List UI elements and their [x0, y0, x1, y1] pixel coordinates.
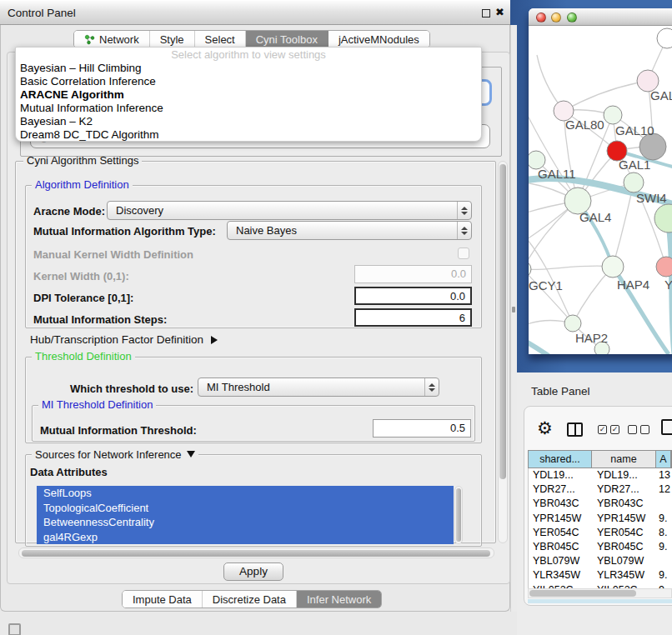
bottom-tab-infer-network[interactable]: Infer Network [297, 591, 381, 608]
select-all-columns-icon[interactable]: ✓✓ [598, 425, 619, 434]
which-threshold-label: Which threshold to use: [70, 382, 193, 395]
settings-vscroll-thumb[interactable] [499, 164, 506, 479]
float-panel-icon[interactable] [482, 9, 490, 18]
zoom-traffic-icon[interactable] [567, 12, 577, 22]
which-threshold-select[interactable]: MI Threshold [198, 378, 439, 397]
table-cell: YPR145W [592, 512, 656, 526]
table-row[interactable]: YDL19...YDL19...13 [529, 468, 672, 482]
table-cell: 9. [656, 512, 671, 526]
network-canvas[interactable]: GALGAL80GAL10GAL1GAL11SWI4GAL4GCY1HAP4YH… [529, 26, 672, 354]
columns-icon[interactable] [567, 422, 583, 437]
attributes-vscrollbar[interactable] [454, 486, 463, 544]
kernel-width-label: Kernel Width (0,1): [33, 270, 129, 282]
which-threshold-value: MI Threshold [198, 381, 424, 393]
bottom-tab-discretize-data[interactable]: Discretize Data [203, 591, 297, 608]
table-cell: 13 [656, 468, 671, 482]
algorithm-option-bayesian-k2[interactable]: Bayesian – K2 [16, 115, 481, 128]
new-table-icon[interactable] [661, 419, 672, 435]
table-cell: YBR043C [529, 497, 592, 511]
tab-cyni-toolbox[interactable]: Cyni Toolbox [246, 31, 328, 48]
network-window-titlebar[interactable] [529, 8, 672, 26]
table-hscroll-thumb[interactable] [529, 590, 636, 597]
node-unlabeled[interactable] [654, 204, 672, 232]
mi-type-select[interactable]: Naive Bayes [227, 221, 472, 240]
sources-collapser[interactable]: Sources for Network Inference [32, 448, 198, 461]
column-header-a[interactable]: A [656, 451, 671, 468]
attribute-item-betweennesscentrality[interactable]: BetweennessCentrality [37, 515, 454, 530]
table-cell: YPR145W [529, 512, 592, 526]
mi-type-label: Mutual Information Algorithm Type: [33, 225, 216, 238]
mi-threshold-field[interactable]: 0.5 [373, 419, 471, 438]
table-cell [656, 497, 671, 511]
aracne-mode-select[interactable]: Discovery [107, 201, 472, 220]
algorithm-option-bayesian-hill-climbing[interactable]: Bayesian – Hill Climbing [16, 62, 481, 75]
node-y[interactable] [656, 257, 672, 277]
table-row[interactable]: YBR043CYBR043C [529, 497, 672, 511]
tab-label-jactivemnodules: jActiveMNodules [339, 33, 419, 46]
node-hap2[interactable] [564, 315, 581, 332]
node-gal10[interactable] [604, 106, 622, 124]
node-gcy1[interactable] [529, 261, 531, 278]
mi-threshold-value: 0.5 [374, 420, 470, 436]
settings-hscrollbar[interactable] [18, 548, 494, 558]
kernel-width-field[interactable]: 0.0 [354, 265, 472, 283]
tab-label-select: Select [205, 33, 235, 46]
tab-jactivemnodules[interactable]: jActiveMNodules [328, 31, 429, 48]
attribute-item-selfloops[interactable]: SelfLoops [37, 486, 454, 501]
tab-label-network: Network [99, 33, 139, 46]
close-traffic-icon[interactable] [536, 12, 546, 22]
algorithm-option-dream8-dc-tdc-algorithm[interactable]: Dream8 DC_TDC Algorithm [16, 128, 481, 142]
tab-network[interactable]: Network [74, 31, 150, 48]
mi-steps-value: 6 [356, 310, 470, 326]
table-row[interactable]: YDR27...YDR27...12 [529, 482, 672, 497]
table-body: YDL19...YDL19...13YDR27...YDR27...12YBR0… [528, 468, 672, 592]
close-panel-icon[interactable]: ✖ [495, 6, 504, 18]
node-hap4[interactable] [602, 256, 624, 278]
table-row[interactable]: YLR345WYLR345W9. [529, 568, 672, 582]
bottom-tab-impute-data[interactable]: Impute Data [123, 591, 203, 608]
settings-vscrollbar[interactable] [498, 161, 508, 543]
settings-hscroll-thumb[interactable] [22, 550, 490, 557]
node-label-y: Y [664, 278, 672, 292]
attribute-item-topologicalcoefficient[interactable]: TopologicalCoefficient [37, 501, 454, 516]
attributes-vscroll-thumb[interactable] [456, 488, 461, 542]
apply-button[interactable]: Apply [223, 562, 283, 581]
dpi-tolerance-field[interactable]: 0.0 [354, 287, 472, 305]
node-unlabeled[interactable] [657, 28, 672, 48]
table-cell: YER054C [529, 526, 592, 540]
table-cell: 9. [656, 568, 671, 582]
table-row[interactable]: YBR045CYBR045C9. [529, 540, 672, 554]
deselect-all-columns-icon[interactable] [628, 425, 649, 434]
tab-style[interactable]: Style [150, 31, 195, 48]
minimize-traffic-icon[interactable] [551, 12, 561, 22]
bottom-tab-label-discretize-data: Discretize Data [213, 593, 286, 606]
algorithm-option-aracne-algorithm[interactable]: ARACNE Algorithm [16, 88, 481, 102]
gear-icon[interactable]: ⚙ [537, 419, 553, 438]
screenshot-root: Control Panel ✖ NetworkStyleSelectCyni T… [0, 0, 672, 635]
mi-steps-field[interactable]: 6 [354, 308, 472, 327]
hub-definition-expander[interactable]: Hub/Transcription Factor Definition [30, 333, 218, 346]
thick-edges [529, 151, 672, 354]
node-label-gal: GAL [650, 88, 672, 102]
threshold-definition-title: Threshold Definition [32, 351, 135, 362]
kernel-width-value: 0.0 [355, 266, 471, 282]
splitter-grip-icon[interactable] [512, 307, 515, 312]
bottom-left-panel-icon[interactable] [8, 623, 21, 635]
manual-kernel-checkbox[interactable] [458, 248, 469, 259]
table-row[interactable]: YPR145WYPR145W9. [529, 512, 672, 526]
data-attributes-list[interactable]: SelfLoopsTopologicalCoefficientBetweenne… [37, 486, 454, 544]
algorithm-option-basic-correlation-inference[interactable]: Basic Correlation Inference [16, 75, 481, 88]
table-row[interactable]: YBL079WYBL079W [529, 554, 672, 568]
attribute-item-gal4rgexp[interactable]: gal4RGexp [37, 530, 454, 545]
tab-label-cyni-toolbox: Cyni Toolbox [256, 33, 318, 46]
mi-threshold-group-title: MI Threshold Definition [38, 399, 156, 411]
column-header-name[interactable]: name [592, 451, 656, 468]
column-header-shared[interactable]: shared... [529, 451, 592, 468]
tab-select[interactable]: Select [195, 31, 246, 48]
panel-splitter[interactable] [510, 25, 517, 612]
table-cell: YBL079W [592, 554, 656, 568]
node-swi4[interactable] [624, 172, 644, 192]
table-row[interactable]: YER054CYER054C8. [529, 526, 672, 540]
node-label-gal4: GAL4 [579, 210, 611, 224]
algorithm-option-mutual-information-inference[interactable]: Mutual Information Inference [16, 102, 481, 115]
